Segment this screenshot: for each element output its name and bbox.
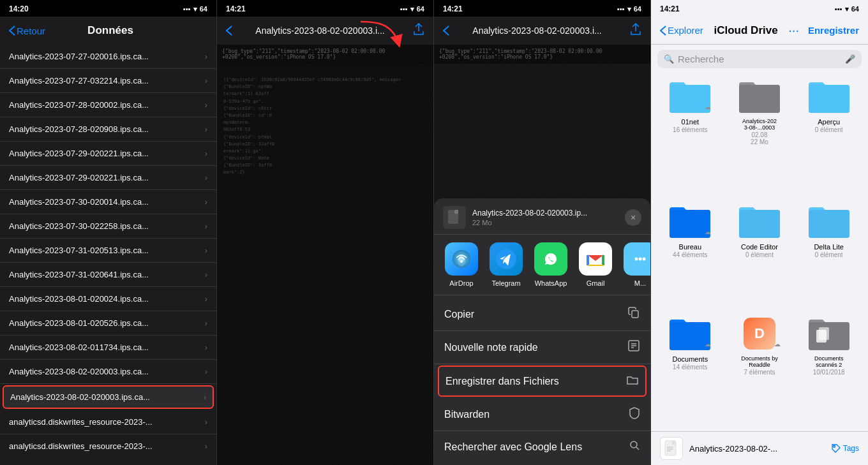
- folder-apercu[interactable]: Aperçu 0 élément: [797, 77, 860, 196]
- preview-text-2: {"bug_type":"211","timestamp":"2023-08-0…: [217, 45, 433, 64]
- file-list[interactable]: Analytics-2023-07-27-020016.ips.ca... › …: [0, 45, 216, 465]
- file-item[interactable]: Analytics-2023-08-01-020024.ips.ca... ›: [0, 287, 216, 311]
- gmail-icon: [579, 242, 612, 276]
- preview-noise-2: ({"deviceId": 2b30c92a8/96944d25ef c3490…: [217, 64, 433, 465]
- back-button-1[interactable]: Retour: [9, 26, 45, 36]
- time-3: 14:21: [443, 4, 463, 13]
- readdle-icon: D: [744, 318, 775, 350]
- share-close-button[interactable]: ×: [625, 209, 641, 226]
- file-item-selected[interactable]: Analytics-2023-08-02-020003.ips.ca... ›: [3, 385, 214, 409]
- file-item[interactable]: Analytics-2023-07-29-020221.ips.ca... ›: [0, 142, 216, 166]
- share-file-icon: [443, 206, 466, 229]
- folder-icon-code-editor: [737, 202, 782, 240]
- panel-share-sheet: 14:21 ▪▪▪ ▾ 64 Analytics-2023-08-02-0200…: [434, 0, 651, 465]
- wifi-icon-3: ▾: [627, 5, 631, 13]
- folder-documents[interactable]: ☁ Documents 14 éléments: [659, 314, 722, 426]
- share-app-gmail[interactable]: Gmail: [573, 242, 618, 287]
- back-button-2[interactable]: [226, 26, 232, 36]
- preview-text-3: {"bug_type":"211","timestamp":"2023-08-0…: [434, 45, 650, 64]
- file-item[interactable]: Analytics-2023-07-29-020221.ips.ca... ›: [0, 166, 216, 190]
- more-label: M...: [634, 279, 646, 287]
- folder-sub-01net: 16 éléments: [673, 126, 707, 133]
- file-item[interactable]: Analytics-2023-07-31-020641.ips.ca... ›: [0, 263, 216, 287]
- folder-scanned[interactable]: Documentsscannés 2 10/01/2018: [797, 314, 860, 426]
- file-item[interactable]: Analytics-2023-08-01-020526.ips.ca... ›: [0, 311, 216, 336]
- time-1: 14:20: [9, 4, 29, 13]
- signal-icon-1: ▪▪▪: [183, 5, 191, 13]
- airdrop-label: AirDrop: [449, 279, 473, 287]
- search-bar[interactable]: 🔍 Recherche 🎤: [657, 50, 862, 68]
- explorer-back-button[interactable]: Explorer: [660, 25, 703, 36]
- share-app-more[interactable]: M...: [618, 242, 650, 287]
- folder-readdle[interactable]: D ☁ Documents byReaddle 7 éléments: [728, 314, 791, 426]
- bitwarden-icon: [629, 406, 640, 422]
- save-to-files-label: Enregistrer dans Fichiers: [445, 376, 559, 387]
- mic-icon[interactable]: 🎤: [845, 54, 855, 64]
- nav-title-3: Analytics-2023-08-02-020003.i...: [449, 26, 625, 36]
- telegram-label: Telegram: [491, 279, 520, 287]
- folder-code-editor[interactable]: Code Editor 0 élément: [728, 202, 791, 309]
- svg-point-19: [631, 441, 637, 448]
- file-item[interactable]: Analytics-2023-07-27-020016.ips.ca... ›: [0, 45, 216, 69]
- quick-note-label: Nouvelle note rapide: [444, 342, 538, 353]
- folder-icon-01net: ☁: [668, 77, 712, 115]
- folder-name-apercu: Aperçu: [818, 118, 840, 126]
- tags-button[interactable]: Tags: [832, 444, 859, 453]
- nav-bar-3: Analytics-2023-08-02-020003.i...: [434, 17, 650, 45]
- cloud-indicator-docs: ☁: [705, 341, 711, 348]
- file-item[interactable]: analyticsd.diskwrites_resource-2023-... …: [0, 410, 216, 434]
- signal-icon-4: ▪▪▪: [835, 5, 842, 13]
- file-item[interactable]: Analytics-2023-08-02-020003.ips.ca... ›: [0, 360, 216, 384]
- google-lens-action[interactable]: Rechercher avec Google Lens: [434, 431, 650, 462]
- svg-point-14: [635, 258, 638, 261]
- share-button-3[interactable]: [630, 23, 641, 38]
- icloud-nav-right: ··· Enregistrer: [788, 23, 859, 38]
- whatsapp-label: WhatsApp: [535, 279, 567, 287]
- svg-rect-17: [632, 311, 638, 318]
- folder-icon-documents: ☁: [668, 314, 712, 353]
- folder-01net[interactable]: ☁ 01net 16 éléments: [659, 77, 722, 196]
- folder-name-scanned: Documentsscannés 2: [814, 355, 844, 368]
- share-button[interactable]: [413, 23, 424, 38]
- file-item[interactable]: Analytics-2023-07-30-022258.ips.ca... ›: [0, 214, 216, 239]
- file-item[interactable]: analyticsd.diskwrites_resource-2023-... …: [0, 434, 216, 458]
- nav-bar-2: Analytics-2023-08-02-020003.i...: [217, 17, 433, 45]
- search-input[interactable]: Recherche: [678, 54, 845, 64]
- folders-grid: ☁ 01net 16 éléments Analytics-2023-08-..…: [651, 73, 868, 431]
- back-button-3[interactable]: [443, 26, 449, 36]
- file-item[interactable]: Analytics-2023-07-30-020014.ips.ca... ›: [0, 190, 216, 214]
- file-item[interactable]: Analytics-2023-07-31-020513.ips.ca... ›: [0, 239, 216, 263]
- status-bar-3: 14:21 ▪▪▪ ▾ 64: [434, 0, 650, 17]
- more-options-button[interactable]: ···: [788, 23, 799, 38]
- battery-icon-4: 64: [851, 5, 859, 13]
- share-app-airdrop[interactable]: AirDrop: [439, 242, 484, 287]
- quick-note-action[interactable]: Nouvelle note rapide: [434, 331, 650, 364]
- share-file-size: 22 Mo: [472, 219, 625, 226]
- bitwarden-action[interactable]: Bitwarden: [434, 398, 650, 431]
- status-icons-4: ▪▪▪ ▾ 64: [835, 5, 859, 13]
- folder-delta-lite[interactable]: Delta Lite 0 élément: [797, 202, 860, 309]
- status-bar-1: 14:20 ▪▪▪ ▾ 64: [0, 0, 216, 17]
- share-app-whatsapp[interactable]: WhatsApp: [528, 242, 573, 287]
- save-button[interactable]: Enregistrer: [808, 25, 859, 36]
- status-icons-3: ▪▪▪ ▾ 64: [617, 5, 641, 13]
- signal-icon-3: ▪▪▪: [617, 5, 625, 13]
- folder-analytics[interactable]: Analytics-2023-08-...0003 02.0822 Mo: [728, 77, 791, 196]
- copy-label: Copier: [444, 309, 474, 320]
- copy-action[interactable]: Copier: [434, 298, 650, 331]
- file-item[interactable]: Analytics-2023-07-28-020002.ips.ca... ›: [0, 93, 216, 117]
- file-item[interactable]: Analytics-2023-07-27-032214.ips.ca... ›: [0, 69, 216, 93]
- preview-content-2: {"bug_type":"211","timestamp":"2023-08-0…: [217, 45, 433, 465]
- share-app-telegram[interactable]: Telegram: [484, 242, 528, 287]
- folder-sub-readdle: 7 éléments: [744, 369, 775, 376]
- file-item[interactable]: Analytics-2023-08-02-011734.ips.ca... ›: [0, 336, 216, 360]
- share-sheet-header: Analytics-2023-08-02-020003.ip... 22 Mo …: [434, 198, 650, 235]
- file-item[interactable]: Analytics-2023-07-28-020908.ips.ca... ›: [0, 117, 216, 142]
- folder-bureau[interactable]: ☁ Bureau 44 éléments: [659, 202, 722, 309]
- save-to-files-action[interactable]: Enregistrer dans Fichiers: [438, 365, 647, 397]
- folder-sub-code-editor: 0 élément: [745, 251, 774, 258]
- folder-sub-scanned: 10/01/2018: [813, 369, 845, 376]
- cloud-indicator: ☁: [705, 103, 711, 110]
- folder-icon-apercu: [807, 77, 851, 115]
- google-lens-label: Rechercher avec Google Lens: [444, 441, 582, 453]
